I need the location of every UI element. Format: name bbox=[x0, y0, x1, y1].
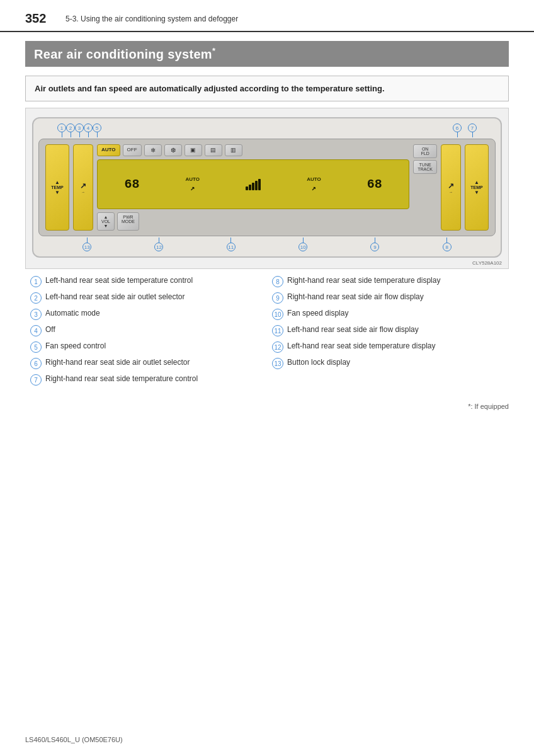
desc-text-4: Off bbox=[45, 324, 55, 336]
vent-btn1[interactable]: ▣ bbox=[185, 144, 202, 156]
diagram-container: 1 2 3 4 5 bbox=[25, 108, 509, 269]
right-side-buttons: ON FLD TUNE TRACK bbox=[413, 144, 437, 231]
callout-circle-13: 13 bbox=[82, 243, 91, 251]
lcd-airflow-icon-left: ↗ bbox=[190, 183, 195, 193]
model-info: LS460/LS460L_U (OM50E76U) bbox=[25, 736, 123, 743]
callout-4-top: 4 bbox=[84, 123, 93, 137]
desc-num-13: 13 bbox=[272, 358, 283, 369]
desc-num-8: 8 bbox=[272, 276, 283, 287]
callout-circle-1: 1 bbox=[57, 123, 66, 132]
desc-text-10: Fan speed display bbox=[287, 308, 348, 320]
top-button-row: AUTO OFF ❄ ❆ ▣ ▤ ▥ bbox=[97, 144, 409, 156]
callout-circle-7: 7 bbox=[468, 123, 477, 132]
desc-text-7: Right-hand rear seat side temperature co… bbox=[45, 374, 198, 386]
callout-6-top: 6 bbox=[453, 123, 462, 137]
page-header: 352 5-3. Using the air conditioning syst… bbox=[0, 0, 534, 32]
desc-text-6: Right-hand rear seat side air outlet sel… bbox=[45, 357, 190, 369]
desc-item-4: 4 Off bbox=[30, 324, 262, 336]
ac-panel-diagram: 1 2 3 4 5 bbox=[32, 117, 502, 258]
right-air-direction-button[interactable]: ↗ → bbox=[441, 144, 461, 231]
top-callout-row: 1 2 3 4 5 bbox=[38, 123, 496, 137]
left-air-sublabel: → bbox=[81, 190, 85, 194]
left-air-direction-button[interactable]: ↗ → bbox=[73, 144, 93, 231]
desc-num-12: 12 bbox=[272, 341, 283, 353]
right-air-icon: ↗ bbox=[448, 181, 454, 190]
left-temp-down-arrow: ▼ bbox=[55, 190, 60, 195]
callout-12-bottom: 12 bbox=[154, 238, 163, 251]
desc-text-1: Left-hand rear seat side temperature con… bbox=[45, 275, 193, 287]
bottom-small-buttons: ▲VOL▼ PWR MODE bbox=[97, 212, 409, 231]
panel-main: ▲ TEMP ▼ ↗ → AUTO OFF ❄ ❆ bbox=[38, 139, 496, 236]
callout-5-top: 5 bbox=[93, 123, 101, 137]
desc-item-11: 11 Left-hand rear seat side air flow dis… bbox=[272, 324, 504, 336]
callout-circle-2: 2 bbox=[66, 123, 75, 132]
callout-line-10 bbox=[303, 238, 304, 243]
description-section: 1 Left-hand rear seat side temperature c… bbox=[25, 275, 509, 390]
callout-line-4 bbox=[88, 132, 89, 137]
desc-num-2: 2 bbox=[30, 292, 42, 304]
desc-item-8: 8 Right-hand rear seat side temperature … bbox=[272, 275, 504, 287]
section-title: Rear air conditioning system* bbox=[34, 46, 500, 62]
callout-2-top: 2 bbox=[66, 123, 75, 137]
lcd-auto-airflow-left: AUTO ↗ bbox=[186, 176, 200, 193]
desc-text-5: Fan speed control bbox=[45, 341, 106, 353]
desc-num-5: 5 bbox=[30, 341, 42, 353]
callout-line-2 bbox=[71, 132, 71, 137]
desc-item-3: 3 Automatic mode bbox=[30, 308, 262, 320]
callout-line-13 bbox=[87, 238, 88, 243]
lcd-auto-label-right: AUTO bbox=[307, 176, 321, 182]
fan-fast-button[interactable]: ❆ bbox=[164, 144, 182, 156]
desc-num-7: 7 bbox=[30, 374, 42, 386]
lcd-display: 68 AUTO ↗ bbox=[97, 159, 409, 209]
lcd-auto-label-left: AUTO bbox=[186, 176, 200, 182]
lcd-left-temp: 68 bbox=[125, 177, 140, 192]
callout-1-top: 1 bbox=[57, 123, 66, 137]
bar-3 bbox=[252, 183, 254, 190]
left-temp-up-arrow: ▲ bbox=[55, 180, 60, 185]
desc-text-11: Left-hand rear seat side air flow displa… bbox=[287, 324, 419, 336]
left-temp-button[interactable]: ▲ TEMP ▼ bbox=[45, 144, 69, 231]
auto-button[interactable]: AUTO bbox=[97, 144, 120, 156]
desc-num-1: 1 bbox=[30, 276, 42, 287]
callout-line-7 bbox=[472, 132, 473, 137]
tune-track-button[interactable]: TUNE TRACK bbox=[413, 160, 437, 174]
desc-item-5: 5 Fan speed control bbox=[30, 341, 262, 353]
lcd-airflow-icon-right: ↗ bbox=[312, 183, 316, 193]
right-air-sublabel: → bbox=[449, 190, 453, 194]
vent-btn2[interactable]: ▤ bbox=[205, 144, 222, 156]
lcd-fan-bars bbox=[246, 179, 261, 190]
pwr-mode-btn[interactable]: PWR MODE bbox=[117, 212, 139, 231]
desc-item-12: 12 Left-hand rear seat side temperature … bbox=[272, 341, 504, 353]
desc-item-2: 2 Left-hand rear seat side air outlet se… bbox=[30, 292, 262, 304]
callout-circle-11: 11 bbox=[227, 243, 236, 251]
footer-note: *: If equipped bbox=[25, 403, 509, 410]
callout-11-bottom: 11 bbox=[227, 238, 236, 251]
desc-num-3: 3 bbox=[30, 309, 42, 320]
lcd-left-temp-value: 68 bbox=[125, 177, 140, 192]
right-temp-button[interactable]: ▲ TEMP ▼ bbox=[465, 144, 489, 231]
left-air-icon: ↗ bbox=[80, 181, 86, 190]
callout-line-12 bbox=[159, 238, 159, 243]
lcd-right-temp-value: 68 bbox=[367, 177, 382, 192]
right-temp-down-arrow: ▼ bbox=[474, 190, 479, 195]
vent-btn3[interactable]: ▥ bbox=[225, 144, 242, 156]
page-subtitle: 5-3. Using the air conditioning system a… bbox=[65, 14, 238, 23]
desc-num-11: 11 bbox=[272, 325, 283, 336]
desc-text-12: Left-hand rear seat side temperature dis… bbox=[287, 341, 435, 353]
desc-text-13: Button lock display bbox=[287, 357, 350, 369]
callout-line-3 bbox=[79, 132, 80, 137]
callout-line-11 bbox=[230, 238, 231, 243]
callout-line-6 bbox=[457, 132, 458, 137]
desc-item-1: 1 Left-hand rear seat side temperature c… bbox=[30, 275, 262, 287]
off-button[interactable]: OFF bbox=[123, 144, 142, 156]
fan-slow-button[interactable]: ❄ bbox=[144, 144, 162, 156]
bar-5 bbox=[258, 179, 261, 190]
desc-text-8: Right-hand rear seat side temperature di… bbox=[287, 275, 440, 287]
desc-item-7: 7 Right-hand rear seat side temperature … bbox=[30, 374, 262, 386]
on-fld-button[interactable]: ON FLD bbox=[413, 144, 437, 158]
diagram-credit: CLY528A102 bbox=[32, 260, 502, 266]
callout-circle-5: 5 bbox=[93, 123, 101, 132]
vol-btn[interactable]: ▲VOL▼ bbox=[97, 212, 115, 231]
callout-circle-9: 9 bbox=[370, 243, 379, 251]
lcd-fan-speed-bars bbox=[246, 179, 261, 190]
